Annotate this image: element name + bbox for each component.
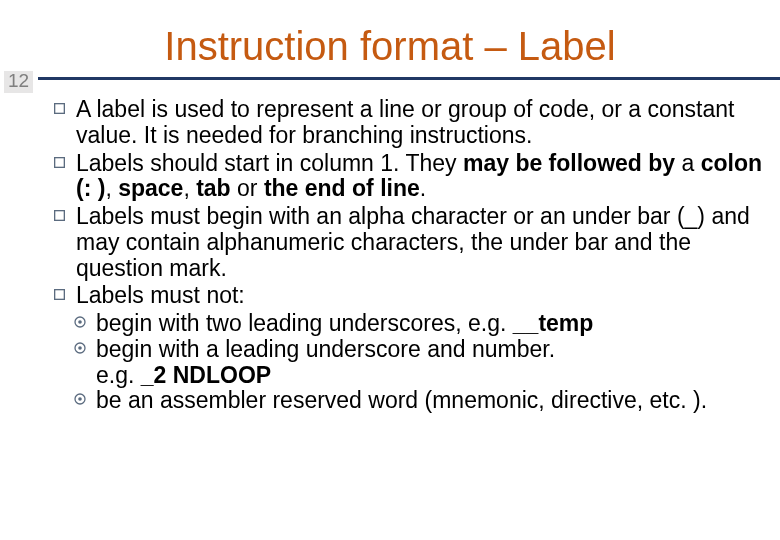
text-fragment: a bbox=[675, 150, 701, 176]
sub-bullet-item: begin with two leading underscores, e.g.… bbox=[74, 311, 770, 337]
svg-rect-1 bbox=[55, 157, 65, 167]
text-fragment: , bbox=[105, 175, 118, 201]
svg-point-7 bbox=[78, 346, 82, 350]
square-bullet-icon bbox=[54, 283, 76, 300]
text-fragment: Labels should start in column 1. They bbox=[76, 150, 463, 176]
svg-rect-3 bbox=[55, 290, 65, 300]
square-bullet-icon bbox=[54, 151, 76, 168]
slide-title: Instruction format – Label bbox=[0, 0, 780, 75]
bold-text: may be followed by bbox=[463, 150, 675, 176]
bullet-item: Labels must begin with an alpha characte… bbox=[54, 204, 770, 281]
bullet-text: Labels should start in column 1. They ma… bbox=[76, 151, 770, 203]
bullet-item: Labels should start in column 1. They ma… bbox=[54, 151, 770, 203]
page-number-badge: 12 bbox=[4, 71, 33, 93]
svg-rect-2 bbox=[55, 211, 65, 221]
svg-rect-0 bbox=[55, 104, 65, 114]
sub-bullet-text: begin with a leading underscore and numb… bbox=[96, 337, 770, 363]
bold-text: tab bbox=[196, 175, 231, 201]
bold-text: __temp bbox=[513, 310, 594, 336]
accent-bar bbox=[38, 77, 780, 80]
sub-bullet-text: be an assembler reserved word (mnemonic,… bbox=[96, 388, 770, 414]
circle-dot-bullet-icon bbox=[74, 388, 96, 405]
svg-point-5 bbox=[78, 320, 82, 324]
square-bullet-icon bbox=[54, 204, 76, 221]
bold-text: _2 NDLOOP bbox=[141, 362, 271, 388]
text-fragment: , bbox=[183, 175, 196, 201]
slide: Instruction format – Label 12 A label is… bbox=[0, 0, 780, 540]
bullet-item: A label is used to represent a line or g… bbox=[54, 97, 770, 149]
circle-dot-bullet-icon bbox=[74, 337, 96, 354]
svg-point-9 bbox=[78, 397, 82, 401]
sub-bullet-continuation: e.g. _2 NDLOOP bbox=[74, 363, 770, 389]
bullet-item: Labels must not: bbox=[54, 283, 770, 309]
bullet-text: Labels must begin with an alpha characte… bbox=[76, 204, 770, 281]
square-bullet-icon bbox=[54, 97, 76, 114]
sub-bullet-item: begin with a leading underscore and numb… bbox=[74, 337, 770, 363]
content-area: A label is used to represent a line or g… bbox=[0, 93, 780, 414]
header-bar: 12 bbox=[0, 75, 780, 93]
sub-bullet-list: begin with two leading underscores, e.g.… bbox=[54, 311, 770, 414]
bold-text: space bbox=[118, 175, 183, 201]
bullet-text: Labels must not: bbox=[76, 283, 770, 309]
text-fragment: begin with two leading underscores, e.g. bbox=[96, 310, 513, 336]
sub-bullet-item: be an assembler reserved word (mnemonic,… bbox=[74, 388, 770, 414]
sub-bullet-text: begin with two leading underscores, e.g.… bbox=[96, 311, 770, 337]
sub-bullet-text: e.g. _2 NDLOOP bbox=[74, 363, 271, 389]
bullet-text: A label is used to represent a line or g… bbox=[76, 97, 770, 149]
bold-text: the end of line bbox=[264, 175, 420, 201]
text-fragment: . bbox=[420, 175, 426, 201]
text-fragment: or bbox=[231, 175, 264, 201]
circle-dot-bullet-icon bbox=[74, 311, 96, 328]
text-fragment: e.g. bbox=[96, 362, 141, 388]
